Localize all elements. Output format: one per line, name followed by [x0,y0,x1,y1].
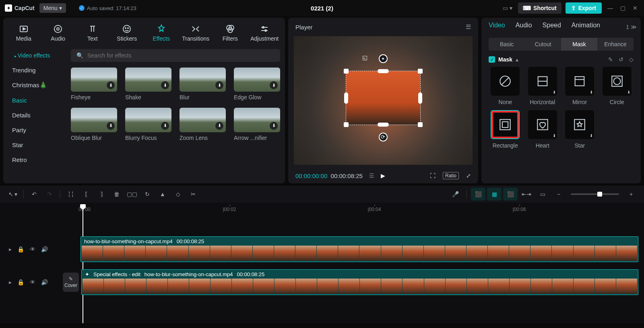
tab-audio[interactable]: Audio [41,21,76,45]
tab-video[interactable]: Video [489,22,505,32]
collapse-icon[interactable]: ▴ [516,56,518,63]
lock-icon[interactable]: 🔒 [17,246,24,252]
keyframe-icon[interactable]: ◇ [629,56,634,63]
menu-button[interactable]: Menu ▾ [39,3,66,13]
tab-media[interactable]: Media [6,21,41,45]
effect-blur[interactable]: Blur [180,68,226,100]
cat-trending[interactable]: Trending [3,63,66,78]
player-menu-icon[interactable]: ☰ [466,23,471,31]
handle-right[interactable] [418,92,422,104]
search-effects[interactable]: 🔍 [71,49,280,62]
redo-button[interactable]: ↷ [42,188,57,201]
tab-effects[interactable]: Effects [144,21,179,45]
handle-br[interactable] [418,122,423,127]
time-ruler[interactable]: 00:00 |00:02 |00:04 |00:06 [80,204,644,216]
tab-filters[interactable]: Filters [213,21,248,45]
crop-button[interactable]: ✂ [186,188,200,201]
cover-button[interactable]: ✎ Cover [63,273,79,292]
mask-mirror[interactable]: ⬇Mirror [563,67,597,105]
play-button[interactable]: ▶ [381,172,385,179]
align-button[interactable]: ⇤⇥ [519,188,534,201]
tab-audio-insp[interactable]: Audio [516,22,532,32]
mask-rectangle[interactable]: Rectangle [489,110,522,149]
mask-star[interactable]: ⬇Star [563,110,597,149]
trim-right-button[interactable]: ⟧ [94,188,109,201]
mask-circle[interactable]: ⬇Circle [601,67,634,105]
timeline[interactable]: 00:00 |00:02 |00:04 |00:06 ▸ 🔒 👁 🔊 how-t… [0,203,644,323]
mute-icon[interactable]: 🔊 [41,246,48,252]
tab-text[interactable]: Text [75,21,110,45]
preview-canvas[interactable]: ◱ ✦ ⟳ [294,36,473,165]
effect-blurry-focus[interactable]: Blurry Focus [125,108,171,141]
effect-shake[interactable]: Shake [125,68,171,100]
cat-video-effects[interactable]: Video effects [3,48,66,63]
tab-stickers[interactable]: Stickers [110,21,144,45]
effect-oblique-blur[interactable]: Oblique Blur [71,108,117,141]
shortcut-button[interactable]: ⌨ Shortcut [518,2,561,14]
cat-details[interactable]: Details [3,108,66,123]
snap-button[interactable]: ⬛ [503,188,518,201]
handle-top[interactable] [378,69,389,73]
track-expand-icon[interactable]: ▸ [9,246,12,252]
layout-button[interactable]: ▭ ▾ [501,3,514,13]
magnet-button[interactable]: ⬛ [471,188,485,201]
tab-transitions[interactable]: Transitions [179,21,213,45]
rotate-icon[interactable]: ⟳ [379,133,388,141]
tab-animation[interactable]: Animation [572,22,600,32]
zoom-in-button[interactable]: + [624,188,638,201]
seg-enhance[interactable]: Enhance [597,38,634,51]
effect-arrow-magnifier[interactable]: Arrow ...nifier [234,108,280,141]
effect-fisheye[interactable]: Fisheye [71,68,117,100]
select-tool[interactable]: ↖ ▾ [6,188,20,201]
edit-icon[interactable]: ✎ [608,56,613,63]
effect-edge-glow[interactable]: Edge Glow [234,68,280,100]
fullscreen-icon[interactable]: ⤢ [466,172,471,179]
focus-icon[interactable]: ⛶ [430,172,436,179]
effect-zoom-lens[interactable]: Zoom Lens [180,108,226,141]
seg-mask[interactable]: Mask [561,38,597,51]
mute-icon[interactable]: 🔊 [41,279,48,285]
clip-main[interactable]: how-to-blur-something-on-capcut.mp400:00… [80,236,638,262]
preview-mode[interactable]: ▭ [535,188,550,201]
link-button[interactable]: ▦ [487,188,502,201]
mask-none[interactable]: None [489,67,522,105]
export-button[interactable]: ⇪ Export [566,2,602,14]
close-button[interactable]: ✕ [631,3,639,13]
delete-button[interactable]: 🗑 [109,188,124,201]
trim-left-button[interactable]: ⟦ [79,188,93,201]
eye-icon[interactable]: 👁 [30,246,35,252]
handle-tr[interactable] [418,69,423,74]
ratio-button[interactable]: Ratio [443,172,459,179]
minimize-button[interactable]: — [606,3,615,13]
cat-retro[interactable]: Retro [3,152,66,167]
cat-basic[interactable]: Basic [3,93,66,108]
handle-bottom[interactable] [378,123,389,127]
cat-christmas[interactable]: Christmas🎄 [3,78,66,93]
zoom-slider[interactable] [571,193,619,195]
zoom-out-button[interactable]: − [551,188,566,201]
mask-enabled-checkbox[interactable]: ✓ [489,56,495,63]
maximize-button[interactable]: ▢ [619,3,627,13]
tabs-more[interactable]: 1 ≫ [626,24,637,30]
handle-bl[interactable] [344,122,349,127]
rotate-button[interactable]: ◇ [171,188,185,201]
track-expand-icon[interactable]: ▸ [9,279,12,285]
tab-adjustment[interactable]: Adjustment [248,21,282,45]
mic-button[interactable]: 🎤 [448,188,462,201]
search-input[interactable] [87,52,275,59]
seg-cutout[interactable]: Cutout [525,38,561,51]
corner-radius-icon[interactable]: ◱ [362,54,370,62]
duplicate-button[interactable]: ▢▢ [125,188,139,201]
eye-icon[interactable]: 👁 [30,279,35,285]
tab-speed[interactable]: Speed [543,22,561,32]
reset-icon[interactable]: ↺ [619,56,623,63]
undo-button[interactable]: ↶ [27,188,41,201]
cat-party[interactable]: Party [3,123,66,137]
mask-heart[interactable]: ⬇Heart [526,110,559,149]
split-button[interactable]: ╎╎ [64,188,78,201]
feather-icon[interactable]: ✦ [379,54,388,63]
playhead[interactable] [83,205,83,323]
mask-selection[interactable]: ◱ ✦ ⟳ [346,71,421,125]
mirror-button[interactable]: ▲ [155,188,170,201]
seg-basic[interactable]: Basic [489,38,525,51]
